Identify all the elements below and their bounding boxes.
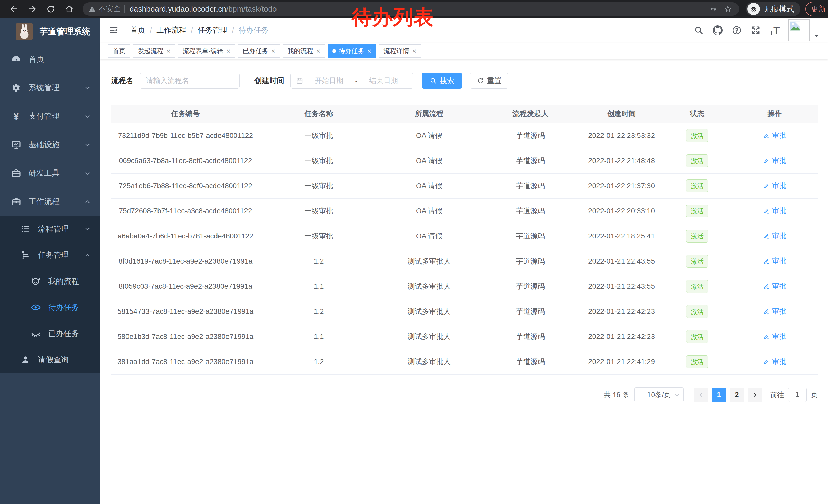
cell-name: 1.2 (260, 299, 378, 324)
reset-button[interactable]: 重置 (470, 73, 508, 89)
cell-starter: 芋道源码 (481, 198, 580, 224)
incognito-icon (747, 3, 760, 15)
cell-name: 1.2 (260, 349, 378, 374)
sidebar-item-流程管理[interactable]: 流程管理 (0, 216, 100, 242)
close-tab-icon[interactable]: × (367, 48, 371, 54)
close-tab-icon[interactable]: × (412, 48, 416, 54)
approve-link[interactable]: 审批 (763, 357, 786, 366)
home-icon[interactable] (63, 2, 76, 16)
password-key-icon[interactable] (707, 3, 719, 15)
sidebar-item-系统管理[interactable]: 系统管理 (0, 74, 100, 102)
sidebar-item-工作流程[interactable]: 工作流程 (0, 187, 100, 216)
breadcrumb-item[interactable]: 工作流程 (157, 25, 186, 35)
approve-label: 审批 (772, 155, 786, 165)
next-page-button[interactable] (748, 387, 762, 402)
sidebar-item-我的流程[interactable]: 我的流程 (0, 268, 100, 294)
user-menu-caret-icon[interactable] (814, 33, 819, 39)
forward-icon[interactable] (26, 2, 39, 16)
tab-首页[interactable]: 首页 (108, 44, 130, 58)
cell-name: 一级审批 (260, 123, 378, 148)
table-row: 73211d9d-7b9b-11ec-b5b7-acde48001122一级审批… (111, 123, 818, 148)
briefcase-icon (10, 197, 22, 207)
goto-page-input[interactable] (788, 387, 807, 402)
sidebar-item-基础设施[interactable]: 基础设施 (0, 131, 100, 159)
approve-link[interactable]: 审批 (763, 181, 786, 190)
page-button-1[interactable]: 1 (712, 387, 726, 402)
approve-link[interactable]: 审批 (763, 231, 786, 241)
close-tab-icon[interactable]: × (166, 48, 170, 54)
cell-id: 725a1eb6-7b88-11ec-8ef0-acde48001122 (111, 173, 260, 198)
approve-link[interactable]: 审批 (763, 131, 786, 140)
search-button[interactable]: 搜索 (422, 73, 462, 89)
sidebar-item-待办任务[interactable]: 待办任务 (0, 294, 100, 320)
breadcrumb-item[interactable]: 首页 (130, 25, 145, 35)
prev-page-button[interactable] (694, 387, 708, 402)
cell-name: 1.2 (260, 249, 378, 274)
sidebar-item-支付管理[interactable]: ¥支付管理 (0, 102, 100, 131)
url-text[interactable]: dashboard.yudao.iocoder.cn/bpm/task/todo (129, 5, 277, 13)
logo: 芋道管理系统 (0, 18, 100, 45)
toolbox-icon (10, 168, 22, 178)
page-size-select[interactable]: 10条/页 (634, 387, 684, 402)
tab-我的流程[interactable]: 我的流程× (283, 44, 325, 58)
start-date-placeholder[interactable]: 开始日期 (304, 76, 354, 86)
reload-icon[interactable] (44, 2, 57, 16)
approve-link[interactable]: 审批 (763, 155, 786, 165)
table-row: 8f0d1619-7ac8-11ec-a9e2-a2380e71991a1.2测… (111, 249, 818, 274)
end-date-placeholder[interactable]: 结束日期 (359, 76, 408, 86)
cell-created: 2022-01-22 21:37:30 (580, 173, 663, 198)
sidebar-item-首页[interactable]: 首页 (0, 45, 100, 74)
sidebar-item-请假查询[interactable]: 请假查询 (0, 347, 100, 373)
page-button-2[interactable]: 2 (730, 387, 744, 402)
sidebar-item-label: 我的流程 (48, 276, 79, 287)
chevron-down-icon (84, 226, 91, 232)
cell-process: OA 请假 (378, 173, 481, 198)
sidebar-item-label: 请假查询 (38, 355, 69, 365)
table-row: 725a1eb6-7b88-11ec-8ef0-acde48001122一级审批… (111, 173, 818, 198)
breadcrumb-item[interactable]: 任务管理 (198, 25, 227, 35)
cell-action: 审批 (732, 148, 818, 173)
status-badge: 激活 (686, 204, 708, 217)
approve-label: 审批 (772, 357, 786, 366)
back-icon[interactable] (7, 2, 20, 16)
eye-off-icon (30, 328, 42, 339)
approve-link[interactable]: 审批 (763, 206, 786, 216)
github-icon[interactable] (712, 25, 723, 36)
browser-menu-button[interactable]: 更新 (805, 2, 828, 16)
sidebar-toggle-icon[interactable] (108, 25, 120, 36)
sidebar-item-研发工具[interactable]: 研发工具 (0, 159, 100, 187)
cell-status: 激活 (663, 148, 732, 173)
search-icon[interactable] (693, 25, 704, 36)
approve-label: 审批 (772, 306, 786, 316)
help-icon[interactable] (731, 25, 742, 36)
approve-link[interactable]: 审批 (763, 281, 786, 291)
approve-link[interactable]: 审批 (763, 306, 786, 316)
security-label[interactable]: 不安全 (98, 4, 121, 14)
tab-已办任务[interactable]: 已办任务× (238, 44, 280, 58)
list-icon (19, 224, 31, 234)
update-label: 更新 (811, 4, 826, 14)
approve-link[interactable]: 审批 (763, 256, 786, 266)
sidebar-item-任务管理[interactable]: 任务管理 (0, 242, 100, 268)
close-tab-icon[interactable]: × (272, 48, 275, 54)
date-range-picker[interactable]: 开始日期 - 结束日期 (290, 73, 413, 89)
cell-action: 审批 (732, 324, 818, 349)
tab-流程表单-编辑[interactable]: 流程表单-编辑× (178, 44, 235, 58)
tab-发起流程[interactable]: 发起流程× (133, 44, 175, 58)
font-size-icon[interactable]: TT (769, 25, 780, 36)
tab-待办任务[interactable]: 待办任务× (328, 44, 376, 58)
bookmark-star-icon[interactable] (722, 3, 734, 15)
cell-starter: 芋道源码 (481, 173, 580, 198)
sidebar-item-已办任务[interactable]: 已办任务 (0, 320, 100, 347)
approve-link[interactable]: 审批 (763, 331, 786, 341)
create-time-label: 创建时间 (254, 76, 284, 86)
close-tab-icon[interactable]: × (226, 48, 230, 54)
close-tab-icon[interactable]: × (316, 48, 320, 54)
tab-流程详情[interactable]: 流程详情× (379, 44, 421, 58)
table-row: a6aba0a4-7b6d-11ec-b781-acde48001122一级审批… (111, 224, 818, 249)
avatar[interactable] (788, 19, 810, 41)
process-name-input[interactable] (139, 73, 240, 89)
chevron-down-icon (674, 392, 680, 398)
fullscreen-icon[interactable] (750, 25, 761, 36)
cell-process: 测试多审批人 (378, 299, 481, 324)
